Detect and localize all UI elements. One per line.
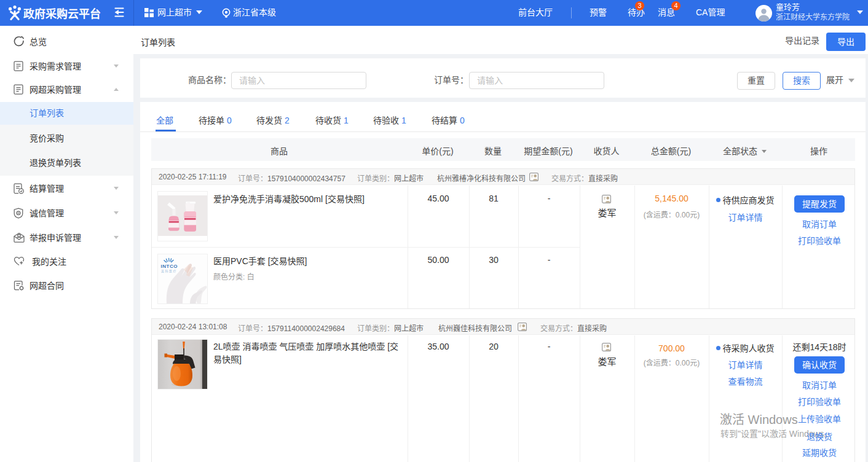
svg-text:英科医疗: 英科医疗 bbox=[161, 269, 177, 273]
svg-text:INTCO: INTCO bbox=[161, 264, 178, 269]
